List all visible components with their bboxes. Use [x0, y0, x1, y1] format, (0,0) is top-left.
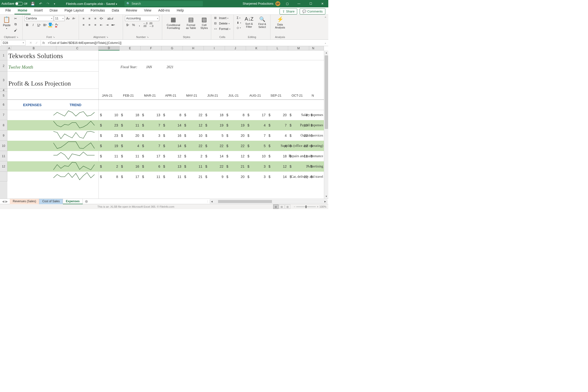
- value-cell-n[interactable]: $: [309, 144, 314, 148]
- zoom-slider[interactable]: [296, 206, 316, 207]
- page-layout-view-icon[interactable]: ▤: [279, 204, 285, 209]
- row-header-12[interactable]: 12: [0, 161, 7, 172]
- value-cell[interactable]: $17: [246, 113, 267, 117]
- value-cell[interactable]: $14: [267, 175, 288, 179]
- value-cell[interactable]: $22: [183, 113, 204, 117]
- find-select-button[interactable]: 🔍 Find & Select: [256, 16, 268, 29]
- col-header-G[interactable]: G: [162, 46, 183, 50]
- value-cell[interactable]: $11: [183, 164, 204, 168]
- value-cell[interactable]: $19: [98, 144, 120, 148]
- font-color-icon[interactable]: A ▾: [54, 22, 59, 28]
- value-cell[interactable]: $2: [98, 164, 120, 168]
- ribbon-tab-review[interactable]: Review: [122, 7, 141, 14]
- value-cell[interactable]: $8: [288, 113, 309, 117]
- grow-font-icon[interactable]: A▴: [65, 16, 70, 21]
- conditional-formatting-button[interactable]: ▦ Conditional Formatting: [164, 16, 183, 30]
- value-cell[interactable]: $19: [204, 123, 225, 127]
- sort-filter-button[interactable]: A↓Z Sort & Filter: [244, 16, 255, 29]
- value-cell[interactable]: $11: [120, 123, 141, 127]
- value-cell[interactable]: $21: [183, 175, 204, 179]
- value-cell[interactable]: $10: [246, 154, 267, 158]
- value-cell[interactable]: $23: [98, 134, 120, 138]
- paste-button[interactable]: 📋 Paste ▾: [2, 16, 11, 30]
- expense-row-4[interactable]: Repairs and maintenance$11$11$17$12$2$14…: [7, 151, 324, 161]
- value-cell[interactable]: $16: [120, 164, 141, 168]
- align-center-icon[interactable]: ≡: [87, 22, 92, 28]
- row-header-9[interactable]: 9: [0, 130, 7, 141]
- row-header-11[interactable]: 11: [0, 151, 7, 161]
- value-cell[interactable]: $22: [204, 164, 225, 168]
- format-as-table-button[interactable]: ▤ Format as Table: [184, 16, 198, 30]
- bold-button[interactable]: B: [24, 22, 30, 28]
- alignment-dialog-icon[interactable]: ↘: [106, 36, 108, 38]
- name-box[interactable]: D28▾: [1, 40, 25, 46]
- expense-row-1[interactable]: Payroll expenses$23$11$7$14$12$19$19$4$7…: [7, 120, 324, 130]
- value-cell[interactable]: $12: [288, 144, 309, 148]
- cancel-formula-icon[interactable]: ✕: [28, 40, 33, 46]
- value-cell[interactable]: $20: [225, 134, 246, 138]
- shrink-font-icon[interactable]: A▾: [71, 16, 76, 21]
- value-cell[interactable]: $7: [288, 164, 309, 168]
- zoom-out-icon[interactable]: −: [294, 205, 295, 208]
- value-cell[interactable]: $8: [162, 113, 183, 117]
- value-cell[interactable]: $3: [141, 134, 162, 138]
- col-header-J[interactable]: J: [225, 46, 246, 50]
- formula-expand-icon[interactable]: ⌄: [322, 42, 328, 44]
- maximize-icon[interactable]: ☐: [306, 0, 315, 7]
- align-middle-icon[interactable]: ≡: [87, 16, 92, 21]
- value-cell[interactable]: $7: [246, 134, 267, 138]
- value-cell[interactable]: $22: [288, 134, 309, 138]
- undo-icon[interactable]: ↶: [38, 2, 43, 6]
- borders-icon[interactable]: ⊞ ▾: [42, 22, 47, 28]
- ribbon-tab-help[interactable]: Help: [173, 7, 187, 14]
- vscroll-thumb[interactable]: [325, 56, 328, 129]
- col-header-D[interactable]: D: [98, 46, 120, 50]
- value-cell[interactable]: $18: [120, 113, 141, 117]
- align-left-icon[interactable]: ≡: [81, 22, 86, 28]
- align-right-icon[interactable]: ≡: [93, 22, 98, 28]
- value-cell-n[interactable]: $: [309, 123, 314, 127]
- horizontal-scrollbar[interactable]: ◀ ▶: [210, 200, 327, 204]
- fill-button[interactable]: ⬇ ▾: [236, 20, 242, 25]
- add-sheet-button[interactable]: ⊕: [83, 199, 90, 204]
- row-header-1[interactable]: 1: [0, 50, 7, 60]
- value-cell[interactable]: $22: [204, 144, 225, 148]
- font-name-select[interactable]: Cambria▾: [24, 16, 53, 21]
- merge-center-icon[interactable]: ⬌ ▾: [110, 22, 116, 28]
- minimize-icon[interactable]: ―: [294, 0, 304, 7]
- comments-button[interactable]: 💬 Comments: [300, 8, 325, 14]
- value-cell[interactable]: $22: [288, 175, 309, 179]
- currency-icon[interactable]: $ ▾: [125, 22, 130, 28]
- value-cell[interactable]: $13: [162, 164, 183, 168]
- tab-split-icon[interactable]: ⋮: [205, 200, 210, 203]
- value-cell[interactable]: $4: [267, 144, 288, 148]
- collapse-ribbon-icon[interactable]: ⌃: [323, 15, 328, 40]
- value-cell[interactable]: $23: [98, 123, 120, 127]
- font-size-select[interactable]: 11▾: [54, 16, 65, 21]
- value-cell[interactable]: $7: [141, 123, 162, 127]
- normal-view-icon[interactable]: ▦: [273, 204, 279, 209]
- value-cell-n[interactable]: $: [309, 113, 314, 117]
- value-cell[interactable]: $16: [162, 134, 183, 138]
- value-cell[interactable]: $21: [225, 164, 246, 168]
- col-header-H[interactable]: H: [183, 46, 204, 50]
- copy-icon[interactable]: ⧉: [13, 22, 18, 27]
- value-cell[interactable]: $14: [162, 123, 183, 127]
- value-cell[interactable]: $17: [141, 154, 162, 158]
- ribbon-tab-home[interactable]: Home: [14, 7, 31, 14]
- expense-row-5[interactable]: Advertising$2$16$6$13$11$22$21$3$12$7$: [7, 161, 324, 172]
- col-header-E[interactable]: E: [120, 46, 141, 50]
- autosave-toggle[interactable]: AutoSave Off: [1, 2, 27, 6]
- search-box[interactable]: 🔍 Search: [124, 1, 203, 6]
- value-cell[interactable]: $18: [267, 154, 288, 158]
- sheet-nav-prev-icon[interactable]: ◀: [2, 200, 4, 203]
- zoom-in-icon[interactable]: +: [317, 205, 318, 208]
- value-cell[interactable]: $4: [120, 144, 141, 148]
- col-header-L[interactable]: L: [267, 46, 288, 50]
- value-cell[interactable]: $3: [246, 164, 267, 168]
- col-header-B[interactable]: B: [11, 46, 56, 50]
- value-cell[interactable]: $12: [225, 154, 246, 158]
- col-header-K[interactable]: K: [246, 46, 267, 50]
- align-top-icon[interactable]: ≡: [81, 16, 86, 21]
- value-cell[interactable]: $11: [98, 154, 120, 158]
